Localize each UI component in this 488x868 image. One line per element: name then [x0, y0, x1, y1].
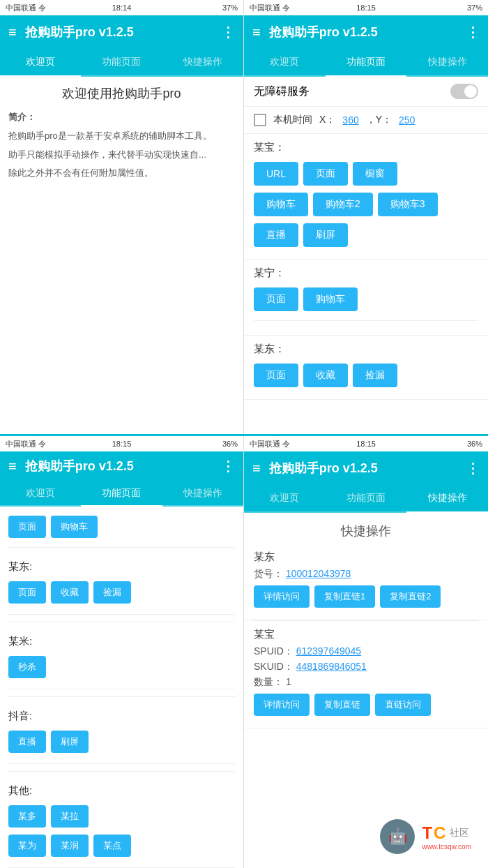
spuid-label: SPUID： [254, 645, 293, 657]
tab-quick-tl[interactable]: 快捷操作 [162, 49, 243, 77]
bl-mi-section: 某米: 秒杀 [8, 629, 235, 689]
tabbar-tr: 欢迎页 功能页面 快捷操作 [244, 49, 488, 77]
btn-dong-jianl-tr[interactable]: 捡漏 [353, 364, 397, 387]
quick-bao-section: 某宝 SPUID： 612397649045 SKUID： 4481869846… [244, 621, 488, 728]
desc1: 抢购助手pro是一款基于安卓系统的辅助脚本工具。 [8, 129, 235, 144]
menu-icon-tl[interactable]: ≡ [8, 24, 17, 40]
quick-ops-title: 快捷操作 [244, 513, 488, 544]
quick-bao-skuid: SKUID： 4481869846051 [254, 661, 478, 673]
tabbar-tl: 欢迎页 功能页面 快捷操作 [0, 49, 243, 77]
btn-mouwei[interactable]: 某为 [8, 835, 46, 857]
desc3: 除此之外并不会有任何附加属性值。 [8, 166, 235, 181]
mouning-btn-row: 页面 购物车 [254, 285, 478, 313]
tabbar-bl: 欢迎页 功能页面 快捷操作 [0, 481, 243, 507]
tab-function-bl[interactable]: 功能页面 [81, 481, 162, 507]
x-value[interactable]: 360 [342, 114, 358, 126]
status-carrier-br: 中国联通 令 [250, 439, 290, 449]
tc-website: www.tcsqw.com [422, 843, 471, 851]
btn-bl-dong-collect[interactable]: 收藏 [51, 581, 89, 604]
bl-other-title: 其他: [8, 784, 235, 798]
btn-bao-detail[interactable]: 详情访问 [254, 694, 310, 716]
btn-chuchuang[interactable]: 橱窗 [353, 162, 397, 186]
btn-cart2[interactable]: 购物车2 [313, 193, 373, 216]
quick-dong-section: 某东 货号： 100012043978 详情访问 复制直链1 复制直链2 [244, 544, 488, 620]
bl-douyin-btns: 直播 刷屏 [8, 728, 235, 755]
welcome-content: 欢迎使用抢购助手pro 简介： 抢购助手pro是一款基于安卓系统的辅助脚本工具。… [0, 77, 243, 193]
tab-quick-bl[interactable]: 快捷操作 [162, 481, 243, 507]
btn-bl-dong-jianl[interactable]: 捡漏 [93, 581, 131, 604]
tabbar-br: 欢迎页 功能页面 快捷操作 [244, 485, 488, 513]
btn-bl-dong-page[interactable]: 页面 [8, 581, 46, 604]
tab-function-tl[interactable]: 功能页面 [81, 49, 162, 77]
moubao-section: 某宝： URL 页面 橱窗 购物车 购物车2 购物车3 直播 刷屏 [244, 134, 488, 260]
status-time-bl: 18:15 [112, 440, 132, 448]
menu-icon-bl[interactable]: ≡ [8, 458, 17, 474]
btn-bl-page[interactable]: 页面 [8, 516, 46, 538]
btn-bl-mi-miaosha[interactable]: 秒杀 [8, 656, 46, 678]
tab-function-br[interactable]: 功能页面 [326, 485, 407, 513]
btn-dong-page-tr[interactable]: 页面 [254, 364, 298, 387]
quick-dong-title: 某东 [254, 551, 478, 564]
btn-bao-copy[interactable]: 复制直链 [314, 694, 370, 716]
bl-mi-title: 某米: [8, 635, 235, 648]
app-title-bl: 抢购助手pro v1.2.5 [25, 458, 221, 474]
time-checkbox[interactable] [254, 114, 266, 126]
btn-ning-cart[interactable]: 购物车 [303, 287, 358, 311]
tab-welcome-tr[interactable]: 欢迎页 [244, 49, 326, 77]
btn-bl-douyin-refresh[interactable]: 刷屏 [51, 731, 89, 753]
btn-dong-copy1[interactable]: 复制直链1 [314, 585, 375, 608]
btn-ning-page[interactable]: 页面 [254, 287, 298, 311]
welcome-title: 欢迎使用抢购助手pro [8, 85, 235, 102]
btn-moula[interactable]: 某拉 [51, 805, 89, 828]
tab-quick-br[interactable]: 快捷操作 [406, 485, 488, 513]
btn-mouduo[interactable]: 某多 [8, 805, 46, 828]
y-value[interactable]: 250 [399, 114, 415, 126]
btn-dong-detail[interactable]: 详情访问 [254, 585, 310, 608]
tab-quick-tr[interactable]: 快捷操作 [406, 49, 488, 77]
checkbox-row: 本机时间 X： 360 ，Y： 250 [244, 107, 488, 134]
more-icon-br[interactable]: ⋮ [466, 460, 480, 477]
skuid-val: 4481869846051 [296, 661, 367, 672]
more-icon-tr[interactable]: ⋮ [466, 24, 480, 40]
accessibility-toggle[interactable] [450, 84, 478, 99]
moubao-title: 某宝： [254, 141, 478, 154]
btn-bl-douyin-live[interactable]: 直播 [8, 731, 46, 753]
menu-icon-tr[interactable]: ≡ [252, 24, 261, 40]
btn-dong-collect-tr[interactable]: 收藏 [303, 364, 348, 387]
btn-live1[interactable]: 直播 [254, 223, 298, 247]
app-title-tr: 抢购助手pro v1.2.5 [269, 24, 466, 40]
bl-douyin-section: 抖音: 直播 刷屏 [8, 704, 235, 764]
appbar-bl: ≡ 抢购助手pro v1.2.5 ⋮ [0, 451, 243, 481]
quick-dong-huohao: 货号： 100012043978 [254, 568, 478, 581]
tab-welcome-br[interactable]: 欢迎页 [244, 485, 326, 513]
btn-bl-cart[interactable]: 购物车 [51, 516, 98, 538]
status-time-br: 18:15 [356, 440, 376, 448]
btn-url[interactable]: URL [254, 162, 298, 186]
status-time-tl: 18:14 [112, 3, 132, 12]
btn-dong-copy2[interactable]: 复制直链2 [380, 585, 441, 608]
menu-icon-br[interactable]: ≡ [252, 461, 261, 477]
btn-refresh1[interactable]: 刷屏 [303, 223, 348, 247]
status-carrier-tl: 中国联通 令 [6, 3, 46, 13]
tab-welcome-tl[interactable]: 欢迎页 [0, 49, 81, 77]
x-label: X： [319, 114, 335, 126]
btn-moudian[interactable]: 某点 [93, 835, 131, 857]
quick-dong-btns: 详情访问 复制直链1 复制直链2 [254, 583, 478, 610]
appbar-tr: ≡ 抢购助手pro v1.2.5 ⋮ [244, 15, 488, 49]
quick-bao-spuid: SPUID： 612397649045 [254, 645, 478, 658]
bl-mi-btns: 秒杀 [8, 654, 235, 680]
appbar-tl: ≡ 抢购助手pro v1.2.5 ⋮ [0, 15, 243, 49]
more-icon-bl[interactable]: ⋮ [221, 458, 235, 474]
btn-cart3[interactable]: 购物车3 [378, 193, 438, 216]
more-icon-tl[interactable]: ⋮ [221, 24, 235, 40]
tab-welcome-bl[interactable]: 欢迎页 [0, 481, 81, 507]
qty-val: 1 [286, 676, 291, 687]
btn-bao-direct[interactable]: 直链访问 [375, 694, 431, 716]
robot-icon: 🤖 [380, 819, 415, 854]
tab-function-tr[interactable]: 功能页面 [326, 49, 407, 77]
btn-page1[interactable]: 页面 [303, 162, 348, 186]
btn-mourun[interactable]: 某润 [51, 835, 89, 857]
btn-cart1[interactable]: 购物车 [254, 193, 308, 216]
tc-c: C [434, 823, 445, 843]
status-battery-bl: 36% [222, 440, 238, 448]
